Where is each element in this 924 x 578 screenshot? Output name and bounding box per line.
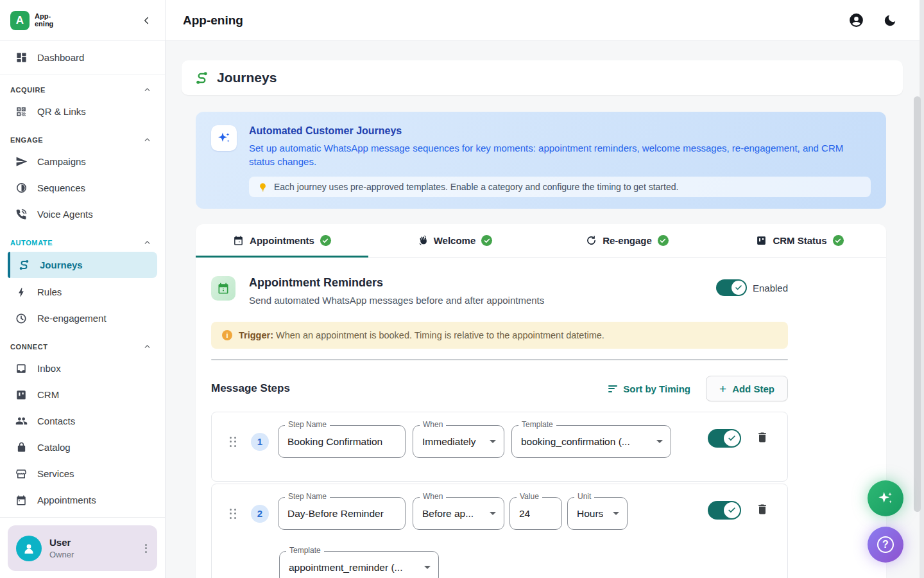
tab-appointments[interactable]: Appointments — [196, 224, 368, 257]
chevron-up-icon — [143, 136, 151, 144]
bulb-icon — [258, 182, 268, 192]
step-number-badge: 2 — [251, 505, 269, 523]
reminders-toggle-group: Enabled — [716, 276, 788, 296]
moon-icon[interactable] — [883, 13, 897, 28]
sidebar-section-automate[interactable]: AUTOMATE — [0, 227, 165, 251]
phone-icon — [15, 208, 28, 221]
reminders-header: Appointment Reminders Send automated Wha… — [211, 258, 788, 306]
help-fab[interactable]: ? — [868, 527, 903, 563]
chevron-down-icon — [424, 566, 431, 569]
sidebar-item-re-engagement[interactable]: Re-engagement — [0, 305, 165, 331]
chevron-up-icon — [143, 342, 151, 351]
ai-assistant-fab[interactable] — [868, 480, 903, 516]
sidebar-item-voice-agents[interactable]: Voice Agents — [0, 201, 165, 227]
sidebar-collapse-button[interactable] — [141, 15, 152, 26]
qr-icon — [15, 105, 28, 118]
sidebar-item-catalog[interactable]: Catalog — [0, 434, 165, 460]
sidebar-nav: Dashboard ACQUIRE QR & Links ENGAGE Camp… — [0, 41, 165, 517]
sidebar-section-engage[interactable]: ENGAGE — [0, 125, 165, 148]
add-step-label: Add Step — [732, 383, 774, 394]
calendar-icon — [233, 235, 244, 246]
drag-handle-icon[interactable] — [230, 437, 236, 447]
sidebar-item-contacts[interactable]: Contacts — [0, 408, 165, 434]
steps-header: Message Steps Sort by Timing + Add Step — [211, 376, 788, 401]
sidebar-section-connect[interactable]: CONNECT — [0, 331, 165, 355]
sidebar-item-appointments[interactable]: Appointments — [0, 487, 165, 513]
tab-label: Appointments — [250, 235, 314, 246]
template-label: Template — [518, 420, 556, 429]
scrollbar-thumb[interactable] — [914, 96, 921, 512]
template-select[interactable]: Template appointment_reminder (... — [279, 551, 439, 578]
sparkles-icon — [211, 125, 237, 151]
tab-label: Welcome — [434, 235, 476, 246]
step-1-toggle[interactable] — [708, 429, 741, 448]
delete-step-button[interactable] — [756, 431, 769, 444]
toggle-check-icon — [724, 502, 740, 518]
sidebar-item-services[interactable]: Services — [0, 460, 165, 487]
sequence-icon — [15, 182, 28, 195]
when-value: Before ap... — [422, 508, 474, 520]
user-card[interactable]: User Owner — [8, 525, 157, 571]
sidebar-item-qr-links[interactable]: QR & Links — [0, 98, 165, 125]
sidebar-item-campaigns[interactable]: Campaigns — [0, 148, 165, 175]
banner-tip-text: Each journey uses pre-approved templates… — [274, 182, 678, 192]
step-2-fields: Step Name Day-Before Reminder When Befor… — [278, 497, 628, 530]
tab-re-engage[interactable]: Re-engage — [541, 224, 714, 257]
logo-line1: App- — [35, 13, 53, 21]
trigger-text: Trigger: When an appointment is booked. … — [239, 330, 604, 340]
when-select[interactable]: When Immediately — [413, 425, 504, 458]
steps-title: Message Steps — [211, 382, 290, 395]
clock-icon — [15, 312, 28, 325]
chevron-down-icon — [656, 440, 663, 443]
user-menu-kebab-icon[interactable] — [142, 539, 150, 557]
tab-welcome[interactable]: Welcome — [368, 224, 541, 257]
unit-select[interactable]: Unit Hours — [567, 497, 628, 530]
route-icon — [17, 259, 30, 272]
page-inner: Automated Customer Journeys Set up autom… — [182, 95, 903, 578]
trigger-bold: Trigger: — [239, 330, 273, 340]
drag-handle-icon[interactable] — [230, 509, 236, 519]
trash-icon — [756, 503, 769, 516]
sort-by-timing-button[interactable]: Sort by Timing — [608, 383, 690, 394]
section-title: CONNECT — [10, 343, 48, 351]
delete-step-button[interactable] — [756, 503, 769, 516]
value-value: 24 — [519, 508, 530, 520]
tab-crm-status[interactable]: CRM Status — [714, 224, 886, 257]
sort-label: Sort by Timing — [623, 383, 690, 394]
reminders-title: Appointment Reminders — [249, 276, 544, 290]
add-step-button[interactable]: + Add Step — [706, 376, 788, 401]
user-meta: User Owner — [49, 537, 74, 559]
dashboard-icon — [15, 51, 28, 64]
bolt-icon — [15, 286, 28, 299]
reminders-subtitle: Send automated WhatsApp messages before … — [249, 295, 544, 306]
check-badge-icon — [320, 235, 331, 246]
sidebar-item-inbox[interactable]: Inbox — [0, 355, 165, 381]
person-icon — [21, 541, 37, 556]
info-banner: Automated Customer Journeys Set up autom… — [196, 112, 886, 209]
sidebar-item-crm[interactable]: CRM — [0, 381, 165, 408]
template-select[interactable]: Template booking_confirmation (... — [511, 425, 671, 458]
step-row-1: 1 Step Name Booking Confirmation When Im… — [211, 412, 788, 482]
sidebar-section-acquire[interactable]: ACQUIRE — [0, 74, 165, 98]
sidebar-item-dashboard[interactable]: Dashboard — [0, 44, 165, 71]
value-input[interactable]: Value 24 — [509, 497, 562, 530]
sidebar-item-sequences[interactable]: Sequences — [0, 175, 165, 201]
sidebar-item-label: QR & Links — [37, 106, 86, 117]
route-icon — [194, 71, 209, 85]
kanban-icon — [15, 389, 28, 401]
when-select[interactable]: When Before ap... — [413, 497, 504, 530]
account-circle-icon[interactable] — [848, 12, 864, 28]
sidebar-item-journeys[interactable]: Journeys — [8, 252, 157, 278]
reminders-enabled-toggle[interactable] — [716, 279, 747, 296]
step-name-value: Day-Before Reminder — [287, 508, 384, 520]
step-name-input[interactable]: Step Name Booking Confirmation — [278, 425, 406, 458]
sidebar-header: A App- ening — [0, 0, 165, 41]
step-2-toggle[interactable] — [708, 501, 741, 520]
step-2-main-row: 2 Step Name Day-Before Reminder When Bef… — [212, 497, 787, 530]
sidebar-item-label: Services — [37, 468, 74, 479]
sidebar-item-rules[interactable]: Rules — [0, 279, 165, 305]
sidebar-item-label: Rules — [37, 286, 62, 297]
store-icon — [15, 468, 28, 480]
step-name-input[interactable]: Step Name Day-Before Reminder — [278, 497, 406, 530]
step-1-fields: Step Name Booking Confirmation When Imme… — [278, 425, 671, 458]
